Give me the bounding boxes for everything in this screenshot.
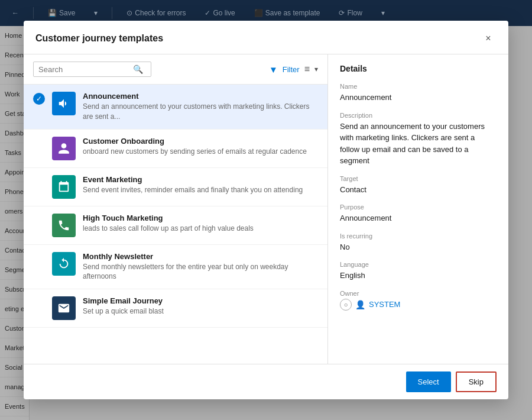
event-name: Event Marketing — [83, 175, 318, 184]
dialog-header: Customer journey templates × — [24, 21, 508, 54]
hightouch-name: High Touch Marketing — [83, 214, 318, 222]
owner-field: Owner ○ 👤 SYSTEM — [340, 290, 497, 311]
owner-circle-icon: ○ — [340, 299, 352, 311]
description-label: Description — [340, 112, 497, 119]
purpose-label: Purpose — [340, 203, 497, 211]
search-input-wrapper[interactable]: 🔍 — [33, 62, 151, 77]
event-icon — [52, 175, 76, 199]
name-label: Name — [340, 83, 497, 90]
selected-check-icon: ✓ — [33, 93, 45, 105]
close-button[interactable]: × — [480, 30, 497, 47]
newsletter-desc: Send monthly newsletters for the entire … — [83, 262, 318, 282]
announcement-info: Announcement Send an announcement to you… — [83, 92, 318, 122]
hightouch-icon — [52, 214, 76, 237]
event-desc: Send event invites, reminder emails and … — [83, 185, 318, 195]
language-label: Language — [340, 261, 497, 268]
template-item-newsletter[interactable]: Monthly Newsletter Send monthly newslett… — [24, 245, 327, 290]
dialog-body: 🔍 ▼ Filter ≡ ▾ ✓ — [24, 54, 508, 364]
template-list: ✓ Announcement Send an announcement to y… — [24, 85, 327, 364]
name-value: Announcement — [340, 92, 497, 104]
target-field: Target Contact — [340, 175, 497, 196]
event-info: Event Marketing Send event invites, remi… — [83, 175, 318, 195]
left-panel: 🔍 ▼ Filter ≡ ▾ ✓ — [24, 54, 328, 364]
dialog-title: Customer journey templates — [35, 33, 163, 44]
filter-lines-icon: ≡ — [304, 64, 310, 75]
email-name: Simple Email Journey — [83, 296, 318, 305]
purpose-value: Announcement — [340, 212, 497, 224]
owner-row: ○ 👤 SYSTEM — [340, 299, 497, 311]
language-field: Language English — [340, 261, 497, 282]
recurring-label: Is recurring — [340, 232, 497, 240]
newsletter-info: Monthly Newsletter Send monthly newslett… — [83, 252, 318, 282]
template-item-event[interactable]: Event Marketing Send event invites, remi… — [24, 168, 327, 206]
onboarding-info: Customer Onboarding onboard new customer… — [83, 137, 318, 157]
newsletter-icon — [52, 252, 76, 276]
hightouch-desc: leads to sales call follow up as part of… — [83, 224, 318, 234]
announcement-desc: Send an announcement to your customers w… — [83, 102, 318, 122]
onboarding-name: Customer Onboarding — [83, 137, 318, 146]
template-item-announcement[interactable]: ✓ Announcement Send an announcement to y… — [24, 85, 327, 130]
search-bar: 🔍 ▼ Filter ≡ ▾ — [24, 54, 327, 85]
select-button[interactable]: Select — [406, 371, 451, 392]
purpose-field: Purpose Announcement — [340, 203, 497, 224]
onboarding-desc: onboard new customers by sending series … — [83, 147, 318, 157]
owner-label: Owner — [340, 290, 497, 297]
description-value: Send an announcement to your customers w… — [340, 121, 497, 167]
newsletter-name: Monthly Newsletter — [83, 252, 318, 261]
filter-icon: ▼ — [269, 64, 278, 75]
modal-overlay: Customer journey templates × 🔍 ▼ — [0, 0, 532, 420]
customer-journey-dialog: Customer journey templates × 🔍 ▼ — [24, 21, 508, 399]
right-panel: Details Name Announcement Description Se… — [328, 54, 508, 364]
filter-chevron-icon: ▾ — [314, 65, 318, 73]
filter-button[interactable]: ▼ Filter ≡ ▾ — [269, 64, 318, 75]
owner-name[interactable]: SYSTEM — [369, 300, 400, 309]
owner-person-icon: 👤 — [355, 300, 365, 309]
onboarding-icon — [52, 137, 76, 160]
email-icon — [52, 296, 76, 320]
search-input[interactable] — [38, 65, 133, 74]
search-icon: 🔍 — [133, 64, 143, 74]
recurring-value: No — [340, 241, 497, 253]
skip-button[interactable]: Skip — [456, 371, 497, 392]
announcement-icon — [52, 92, 76, 115]
announcement-name: Announcement — [83, 92, 318, 101]
template-item-hightouch[interactable]: High Touch Marketing leads to sales call… — [24, 206, 327, 245]
template-item-onboarding[interactable]: Customer Onboarding onboard new customer… — [24, 130, 327, 168]
language-value: English — [340, 270, 497, 282]
target-value: Contact — [340, 184, 497, 196]
details-title: Details — [340, 64, 497, 73]
email-info: Simple Email Journey Set up a quick emai… — [83, 296, 318, 316]
hightouch-info: High Touch Marketing leads to sales call… — [83, 214, 318, 234]
recurring-field: Is recurring No — [340, 232, 497, 253]
description-field: Description Send an announcement to your… — [340, 112, 497, 167]
template-item-email[interactable]: Simple Email Journey Set up a quick emai… — [24, 289, 327, 328]
email-desc: Set up a quick email blast — [83, 306, 318, 316]
name-field: Name Announcement — [340, 83, 497, 104]
dialog-footer: Select Skip — [24, 364, 508, 399]
target-label: Target — [340, 175, 497, 182]
